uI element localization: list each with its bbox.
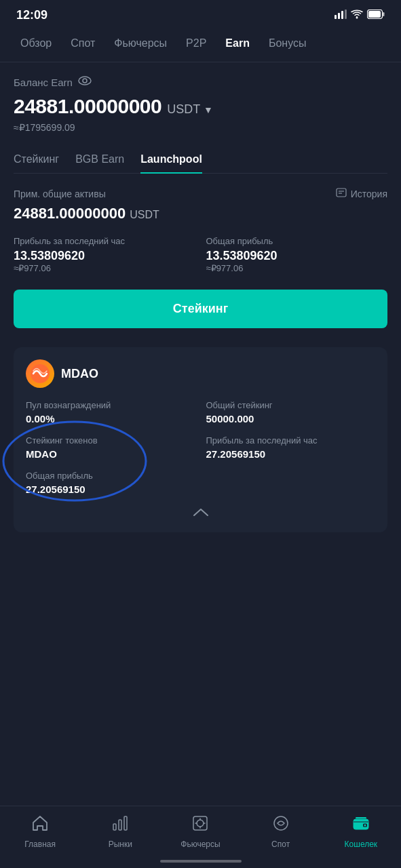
- svg-rect-1: [338, 13, 340, 19]
- mdao-grid: Пул вознаграждений 0.00% Общий стейкинг …: [26, 400, 375, 495]
- signal-icon: [335, 9, 347, 21]
- nav-home-label: Главная: [24, 840, 56, 849]
- svg-point-19: [197, 820, 204, 827]
- sub-tabs: Стейкинг BGB Earn Launchpool: [14, 153, 387, 174]
- svg-rect-10: [337, 189, 346, 197]
- markets-icon: [111, 814, 129, 836]
- wallet-icon: [352, 814, 370, 836]
- svg-point-8: [79, 77, 91, 85]
- svg-rect-2: [341, 11, 343, 19]
- nav-futures[interactable]: Фьючерсы: [180, 814, 221, 849]
- nav-spot-label: Спот: [271, 840, 290, 849]
- sub-tab-launchpool[interactable]: Launchpool: [140, 153, 202, 174]
- mdao-header: MDAO: [26, 359, 375, 388]
- total-profit-value: 13.53809620: [206, 249, 388, 263]
- svg-rect-6: [368, 11, 381, 18]
- chevron-up[interactable]: [26, 505, 375, 520]
- tab-p2p[interactable]: P2P: [176, 33, 216, 54]
- status-time: 12:09: [16, 8, 47, 22]
- last-hour-rub: ≈₽977.06: [14, 263, 195, 273]
- tab-spot[interactable]: Спот: [61, 33, 104, 54]
- balance-currency: USDT ▼: [167, 102, 213, 117]
- mdao-name: MDAO: [61, 367, 98, 381]
- mdao-staking-token-value: MDAO: [26, 448, 195, 460]
- stats-label: Прим. общие активы: [14, 189, 106, 199]
- last-hour-profit: Прибыль за последний час 13.53809620 ≈₽9…: [14, 236, 195, 273]
- mdao-total-staking: Общий стейкинг 50000.000: [206, 400, 376, 425]
- tab-overview[interactable]: Обзор: [11, 33, 61, 54]
- sub-tab-bgb[interactable]: BGB Earn: [75, 153, 124, 173]
- mdao-staking-token: Стейкинг токенов MDAO: [26, 435, 195, 460]
- last-hour-label: Прибыль за последний час: [14, 236, 195, 246]
- mdao-total-profit-label: Общая прибыль: [26, 471, 195, 481]
- status-bar: 12:09: [0, 0, 401, 28]
- staking-button[interactable]: Стейкинг: [14, 290, 387, 328]
- svg-rect-16: [119, 820, 121, 830]
- tab-earn[interactable]: Earn: [216, 33, 259, 54]
- bottom-nav: Главная Рынки Фьючерсы Спо: [0, 806, 401, 868]
- mdao-last-hour: Прибыль за последний час 27.20569150: [206, 435, 376, 460]
- history-icon: [336, 187, 347, 201]
- mdao-staking-token-label: Стейкинг токенов: [26, 435, 195, 446]
- mdao-card: MDAO Пул вознаграждений 0.00% Общий стей…: [14, 347, 387, 532]
- mdao-last-hour-label: Прибыль за последний час: [206, 435, 376, 446]
- history-button[interactable]: История: [336, 187, 387, 201]
- svg-point-20: [274, 816, 288, 830]
- nav-home[interactable]: Главная: [20, 814, 60, 849]
- home-icon: [31, 814, 49, 836]
- spot-icon: [272, 814, 290, 836]
- last-hour-value: 13.53809620: [14, 249, 195, 263]
- svg-point-4: [356, 17, 358, 19]
- mdao-total-profit: Общая прибыль 27.20569150: [26, 471, 195, 495]
- mdao-pool: Пул вознаграждений 0.00%: [26, 400, 195, 425]
- tab-bonuses[interactable]: Бонусы: [259, 33, 316, 54]
- total-profit-rub: ≈₽977.06: [206, 263, 388, 273]
- stats-section: Прим. общие активы История 24881.0000000…: [14, 187, 387, 273]
- stats-total: 24881.00000000 USDT: [14, 205, 387, 222]
- total-profit: Общая прибыль 13.53809620 ≈₽977.06: [206, 236, 388, 273]
- svg-rect-15: [113, 824, 116, 830]
- mdao-last-hour-value: 27.20569150: [206, 448, 376, 460]
- nav-markets[interactable]: Рынки: [100, 814, 140, 849]
- nav-wallet[interactable]: Кошелек: [341, 814, 381, 849]
- tab-futures[interactable]: Фьючерсы: [104, 33, 176, 54]
- status-icons: [335, 9, 385, 21]
- nav-wallet-label: Кошелек: [345, 840, 378, 849]
- mdao-total-profit-value: 27.20569150: [26, 484, 195, 495]
- stats-header: Прим. общие активы История: [14, 187, 387, 201]
- balance-number: 24881.00000000: [14, 95, 161, 118]
- wifi-icon: [351, 9, 363, 21]
- mdao-pool-label: Пул вознаграждений: [26, 400, 195, 410]
- nav-markets-label: Рынки: [109, 840, 132, 849]
- main-content: Баланс Earn 24881.00000000 USDT ▼ ≈₽1795…: [0, 62, 401, 600]
- nav-tabs: Обзор Спот Фьючерсы P2P Earn Бонусы: [0, 28, 401, 62]
- eye-icon[interactable]: [78, 76, 92, 88]
- mdao-pool-value: 0.00%: [26, 413, 195, 425]
- nav-spot[interactable]: Спот: [261, 814, 301, 849]
- svg-point-23: [364, 825, 366, 827]
- svg-point-9: [83, 79, 87, 83]
- home-indicator: [160, 860, 242, 863]
- battery-icon: [367, 9, 385, 21]
- mdao-total-staking-value: 50000.000: [206, 413, 376, 425]
- svg-rect-3: [345, 9, 347, 19]
- futures-icon: [191, 814, 209, 836]
- total-profit-label: Общая прибыль: [206, 236, 388, 246]
- mdao-total-staking-label: Общий стейкинг: [206, 400, 376, 410]
- sub-tab-staking[interactable]: Стейкинг: [14, 153, 59, 173]
- svg-rect-7: [383, 12, 385, 16]
- svg-rect-17: [124, 816, 127, 830]
- nav-futures-label: Фьючерсы: [180, 840, 220, 849]
- profit-grid: Прибыль за последний час 13.53809620 ≈₽9…: [14, 236, 387, 273]
- balance-amount: 24881.00000000 USDT ▼: [14, 95, 387, 118]
- mdao-logo: [26, 359, 54, 388]
- svg-rect-0: [335, 15, 337, 19]
- balance-rub: ≈₽1795699.09: [14, 122, 387, 133]
- balance-label: Баланс Earn: [14, 76, 387, 88]
